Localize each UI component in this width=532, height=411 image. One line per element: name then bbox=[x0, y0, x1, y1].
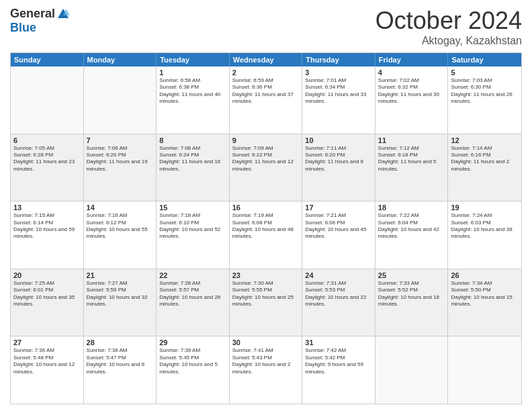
cell-info: Sunrise: 7:30 AM Sunset: 5:55 PM Dayligh… bbox=[232, 280, 300, 308]
day-number: 18 bbox=[378, 203, 445, 212]
header-day-thursday: Thursday bbox=[302, 53, 375, 66]
calendar-cell: 17Sunrise: 7:21 AM Sunset: 6:06 PM Dayli… bbox=[302, 201, 375, 269]
title-area: October 2024 Aktogay, Kazakhstan bbox=[375, 7, 522, 47]
cell-info: Sunrise: 7:42 AM Sunset: 5:42 PM Dayligh… bbox=[305, 347, 372, 375]
header: General Blue October 2024 Aktogay, Kazak… bbox=[10, 7, 522, 47]
calendar-cell: 23Sunrise: 7:30 AM Sunset: 5:55 PM Dayli… bbox=[230, 269, 303, 336]
cell-info: Sunrise: 7:03 AM Sunset: 6:30 PM Dayligh… bbox=[451, 77, 519, 105]
calendar-row-0: 1Sunrise: 6:58 AM Sunset: 6:38 PM Daylig… bbox=[11, 66, 521, 134]
day-number: 6 bbox=[13, 136, 81, 144]
day-number: 20 bbox=[13, 271, 81, 279]
cell-info: Sunrise: 7:02 AM Sunset: 6:32 PM Dayligh… bbox=[378, 77, 445, 105]
cell-info: Sunrise: 7:39 AM Sunset: 5:45 PM Dayligh… bbox=[159, 347, 226, 375]
cell-info: Sunrise: 7:31 AM Sunset: 5:53 PM Dayligh… bbox=[305, 280, 372, 308]
day-number: 27 bbox=[13, 338, 81, 347]
calendar-cell: 4Sunrise: 7:02 AM Sunset: 6:32 PM Daylig… bbox=[375, 66, 449, 134]
logo-icon bbox=[56, 7, 70, 21]
calendar-cell: 26Sunrise: 7:34 AM Sunset: 5:50 PM Dayli… bbox=[448, 269, 521, 336]
cell-info: Sunrise: 7:22 AM Sunset: 6:04 PM Dayligh… bbox=[378, 212, 445, 240]
cell-info: Sunrise: 7:33 AM Sunset: 5:52 PM Dayligh… bbox=[378, 280, 445, 308]
calendar-cell: 31Sunrise: 7:42 AM Sunset: 5:42 PM Dayli… bbox=[302, 336, 375, 404]
day-number: 25 bbox=[378, 271, 445, 279]
calendar-cell: 21Sunrise: 7:27 AM Sunset: 5:59 PM Dayli… bbox=[84, 269, 157, 336]
calendar-cell: 25Sunrise: 7:33 AM Sunset: 5:52 PM Dayli… bbox=[375, 269, 449, 336]
calendar-cell bbox=[11, 66, 84, 134]
day-number: 11 bbox=[378, 136, 445, 144]
day-number: 10 bbox=[305, 136, 372, 144]
day-number: 17 bbox=[305, 203, 372, 212]
calendar-body: 1Sunrise: 6:58 AM Sunset: 6:38 PM Daylig… bbox=[11, 66, 521, 404]
calendar-cell: 20Sunrise: 7:25 AM Sunset: 6:01 PM Dayli… bbox=[11, 269, 84, 336]
calendar-cell: 13Sunrise: 7:15 AM Sunset: 6:14 PM Dayli… bbox=[11, 201, 84, 269]
calendar-cell: 28Sunrise: 7:38 AM Sunset: 5:47 PM Dayli… bbox=[84, 336, 157, 404]
day-number: 28 bbox=[87, 338, 154, 347]
day-number: 22 bbox=[159, 271, 226, 279]
calendar-row-2: 13Sunrise: 7:15 AM Sunset: 6:14 PM Dayli… bbox=[11, 201, 521, 269]
cell-info: Sunrise: 7:36 AM Sunset: 5:48 PM Dayligh… bbox=[13, 347, 81, 375]
calendar-cell: 3Sunrise: 7:01 AM Sunset: 6:34 PM Daylig… bbox=[302, 66, 375, 134]
cell-info: Sunrise: 6:59 AM Sunset: 6:36 PM Dayligh… bbox=[232, 77, 300, 105]
day-number: 3 bbox=[305, 68, 372, 77]
calendar-cell: 16Sunrise: 7:19 AM Sunset: 6:08 PM Dayli… bbox=[230, 201, 303, 269]
day-number: 2 bbox=[232, 68, 300, 77]
day-number: 24 bbox=[305, 271, 372, 279]
header-day-friday: Friday bbox=[375, 53, 449, 66]
cell-info: Sunrise: 7:38 AM Sunset: 5:47 PM Dayligh… bbox=[87, 347, 154, 375]
day-number: 9 bbox=[232, 136, 300, 144]
day-number: 7 bbox=[87, 136, 154, 144]
header-day-tuesday: Tuesday bbox=[157, 53, 230, 66]
header-day-saturday: Saturday bbox=[448, 53, 521, 66]
calendar-cell: 11Sunrise: 7:12 AM Sunset: 6:18 PM Dayli… bbox=[375, 134, 449, 201]
cell-info: Sunrise: 7:09 AM Sunset: 6:22 PM Dayligh… bbox=[232, 145, 300, 173]
day-number: 5 bbox=[451, 68, 519, 77]
day-number: 26 bbox=[451, 271, 519, 279]
calendar-cell: 15Sunrise: 7:18 AM Sunset: 6:10 PM Dayli… bbox=[157, 201, 230, 269]
cell-info: Sunrise: 7:18 AM Sunset: 6:10 PM Dayligh… bbox=[159, 212, 226, 240]
calendar-cell: 5Sunrise: 7:03 AM Sunset: 6:30 PM Daylig… bbox=[448, 66, 521, 134]
day-number: 14 bbox=[87, 203, 154, 212]
cell-info: Sunrise: 7:41 AM Sunset: 5:43 PM Dayligh… bbox=[232, 347, 300, 375]
calendar-cell: 14Sunrise: 7:16 AM Sunset: 6:12 PM Dayli… bbox=[84, 201, 157, 269]
logo-blue-text: Blue bbox=[10, 21, 36, 35]
calendar-cell: 18Sunrise: 7:22 AM Sunset: 6:04 PM Dayli… bbox=[375, 201, 449, 269]
calendar-header: SundayMondayTuesdayWednesdayThursdayFrid… bbox=[11, 53, 521, 66]
calendar-row-1: 6Sunrise: 7:05 AM Sunset: 6:28 PM Daylig… bbox=[11, 134, 521, 201]
day-number: 15 bbox=[159, 203, 226, 212]
day-number: 29 bbox=[159, 338, 226, 347]
cell-info: Sunrise: 7:21 AM Sunset: 6:06 PM Dayligh… bbox=[305, 212, 372, 240]
cell-info: Sunrise: 7:19 AM Sunset: 6:08 PM Dayligh… bbox=[232, 212, 300, 240]
calendar-cell: 7Sunrise: 7:06 AM Sunset: 6:26 PM Daylig… bbox=[84, 134, 157, 201]
day-number: 30 bbox=[232, 338, 300, 347]
calendar-cell: 30Sunrise: 7:41 AM Sunset: 5:43 PM Dayli… bbox=[230, 336, 303, 404]
day-number: 4 bbox=[378, 68, 445, 77]
header-day-wednesday: Wednesday bbox=[230, 53, 303, 66]
cell-info: Sunrise: 7:01 AM Sunset: 6:34 PM Dayligh… bbox=[305, 77, 372, 105]
calendar-cell: 12Sunrise: 7:14 AM Sunset: 6:16 PM Dayli… bbox=[448, 134, 521, 201]
calendar-row-3: 20Sunrise: 7:25 AM Sunset: 6:01 PM Dayli… bbox=[11, 269, 521, 336]
calendar-cell: 19Sunrise: 7:24 AM Sunset: 6:03 PM Dayli… bbox=[448, 201, 521, 269]
cell-info: Sunrise: 7:05 AM Sunset: 6:28 PM Dayligh… bbox=[13, 145, 81, 173]
calendar-cell bbox=[375, 336, 449, 404]
calendar-cell bbox=[448, 336, 521, 404]
cell-info: Sunrise: 7:27 AM Sunset: 5:59 PM Dayligh… bbox=[87, 280, 154, 308]
cell-info: Sunrise: 7:11 AM Sunset: 6:20 PM Dayligh… bbox=[305, 145, 372, 173]
day-number: 31 bbox=[305, 338, 372, 347]
calendar-cell: 9Sunrise: 7:09 AM Sunset: 6:22 PM Daylig… bbox=[230, 134, 303, 201]
calendar-cell: 6Sunrise: 7:05 AM Sunset: 6:28 PM Daylig… bbox=[11, 134, 84, 201]
logo: General Blue bbox=[10, 7, 70, 35]
calendar-cell: 8Sunrise: 7:08 AM Sunset: 6:24 PM Daylig… bbox=[157, 134, 230, 201]
calendar-cell: 29Sunrise: 7:39 AM Sunset: 5:45 PM Dayli… bbox=[157, 336, 230, 404]
calendar-cell: 24Sunrise: 7:31 AM Sunset: 5:53 PM Dayli… bbox=[302, 269, 375, 336]
page: General Blue October 2024 Aktogay, Kazak… bbox=[0, 0, 532, 411]
day-number: 21 bbox=[87, 271, 154, 279]
calendar-cell: 27Sunrise: 7:36 AM Sunset: 5:48 PM Dayli… bbox=[11, 336, 84, 404]
day-number: 13 bbox=[13, 203, 81, 212]
day-number: 23 bbox=[232, 271, 300, 279]
calendar-row-4: 27Sunrise: 7:36 AM Sunset: 5:48 PM Dayli… bbox=[11, 336, 521, 404]
day-number: 16 bbox=[232, 203, 300, 212]
cell-info: Sunrise: 7:16 AM Sunset: 6:12 PM Dayligh… bbox=[87, 212, 154, 240]
calendar-cell: 22Sunrise: 7:28 AM Sunset: 5:57 PM Dayli… bbox=[157, 269, 230, 336]
day-number: 1 bbox=[159, 68, 226, 77]
cell-info: Sunrise: 7:08 AM Sunset: 6:24 PM Dayligh… bbox=[159, 145, 226, 173]
day-number: 8 bbox=[159, 136, 226, 144]
